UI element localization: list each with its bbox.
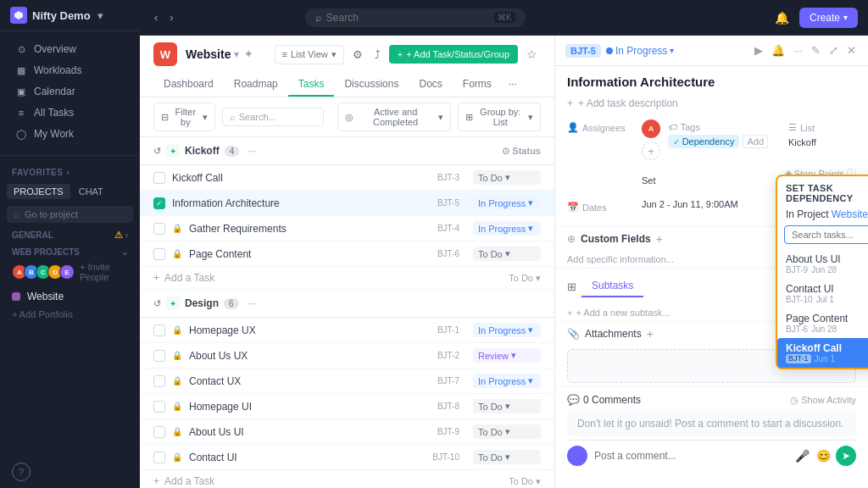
edit-button[interactable]: ✎ <box>810 42 822 58</box>
task-gather-req-check[interactable] <box>153 223 165 235</box>
website-project-item[interactable]: Website <box>0 287 140 306</box>
sidebar-item-workloads[interactable]: ▦ Workloads <box>3 60 136 80</box>
add-task-status-group-button[interactable]: + + Add Task/Status/Group <box>389 45 518 64</box>
dep-search-input[interactable] <box>784 225 868 244</box>
forward-button[interactable]: › <box>165 8 177 26</box>
add-assignee-button[interactable]: + <box>642 141 660 160</box>
notification-button[interactable]: 🔔 <box>771 8 793 28</box>
sidebar-item-my-work[interactable]: ◯ My Work <box>3 124 136 144</box>
task-gather-req-name[interactable]: Gather Requirements <box>189 223 431 235</box>
task-homepage-ui-status[interactable]: To Do ▾ <box>473 399 541 413</box>
tab-forms[interactable]: Forms <box>453 73 502 97</box>
task-homepage-ux-name[interactable]: Homepage UX <box>189 324 431 336</box>
tab-docs[interactable]: Docs <box>409 73 452 97</box>
settings-button[interactable]: ⚙ <box>349 45 366 64</box>
task-page-content-name[interactable]: Page Content <box>189 248 431 260</box>
add-portfolio-btn[interactable]: + Add Portfolio <box>0 306 140 323</box>
panel-status-label[interactable]: In Progress <box>615 45 667 57</box>
task-homepage-ux-check[interactable] <box>153 324 165 336</box>
status-filter-button[interactable]: ◎ Active and Completed ▾ <box>337 103 451 131</box>
bell-button[interactable]: 🔔 <box>770 42 787 58</box>
add-task-design-row[interactable]: + Add a Task To Do ▾ <box>140 470 554 488</box>
search-input[interactable] <box>326 12 489 24</box>
group-design-more[interactable]: ··· <box>248 297 256 309</box>
view-list-button[interactable]: ≡ List View ▾ <box>275 45 344 64</box>
invite-people-btn[interactable]: + Invite People <box>80 262 128 282</box>
tab-roadmap[interactable]: Roadmap <box>224 73 288 97</box>
task-page-content-check[interactable] <box>153 248 165 260</box>
tab-dashboard[interactable]: Dashboard <box>153 73 224 97</box>
task-about-us-ui-status[interactable]: To Do ▾ <box>473 424 541 439</box>
panel-description-area[interactable]: + + Add task description <box>555 94 868 113</box>
create-button[interactable]: Create ▾ <box>799 8 858 28</box>
back-button[interactable]: ‹ <box>150 8 162 26</box>
group-kickoff[interactable]: ↺ ✦ Kickoff 4 ··· ⊙ Status <box>140 137 554 165</box>
sidebar-item-calendar[interactable]: ▣ Calendar <box>3 81 136 102</box>
project-name-caret[interactable]: ▾ <box>234 49 239 60</box>
search-project-area[interactable]: ⌕ <box>7 206 133 223</box>
expand-button[interactable]: ⤢ <box>827 42 840 58</box>
dep-project-name[interactable]: Website <box>832 208 868 220</box>
search-bar[interactable]: ⌕ ⌘K <box>305 8 526 27</box>
task-kickoff-call-name[interactable]: Kickoff Call <box>172 172 431 184</box>
help-button[interactable]: ? <box>12 463 31 481</box>
dep-item[interactable]: About Us UI BJT-9 Jun 28 <box>777 249 868 279</box>
projects-tab[interactable]: PROJECTS <box>7 184 70 199</box>
task-homepage-ui-check[interactable] <box>153 401 165 413</box>
voice-button[interactable]: 🎤 <box>793 446 811 466</box>
play-button[interactable]: ▶ <box>753 42 765 58</box>
dates-value[interactable]: Jun 2 - Jun 11, 9:00AM <box>642 199 738 209</box>
subtasks-tab[interactable]: Subtasks <box>581 275 643 297</box>
more-button[interactable]: ··· <box>792 42 804 58</box>
send-button[interactable]: ➤ <box>836 446 856 466</box>
task-contact-ui-name[interactable]: Contact UI <box>189 452 426 463</box>
search-project-input[interactable] <box>25 209 126 219</box>
sidebar-item-all-tasks[interactable]: ≡ All Tasks <box>3 103 136 123</box>
task-kickoff-call-status[interactable]: To Do ▾ <box>473 170 541 185</box>
task-contact-ui-check[interactable] <box>153 452 165 463</box>
favorites-section[interactable]: FAVORITES › <box>0 164 140 180</box>
custom-fields-add-button[interactable]: + <box>656 232 663 246</box>
task-kickoff-call-check[interactable] <box>153 172 165 184</box>
task-homepage-ui-name[interactable]: Homepage UI <box>189 401 431 413</box>
close-button[interactable]: ✕ <box>845 42 858 58</box>
dep-item[interactable]: Contact UI BJT-10 Jul 1 <box>777 279 868 308</box>
task-contact-ux-name[interactable]: Contact UX <box>189 375 431 387</box>
group-by-button[interactable]: ⊞ Group by: List ▾ <box>458 103 542 131</box>
tabs-more[interactable]: ··· <box>502 73 524 97</box>
emoji-button[interactable]: 😊 <box>815 446 832 466</box>
dep-item[interactable]: Page Content BJT-6 Jun 28 <box>777 308 868 338</box>
task-about-us-ui-name[interactable]: About Us UI <box>189 426 431 438</box>
comment-input[interactable] <box>594 450 787 462</box>
share-button[interactable]: ⤴ <box>371 45 384 64</box>
task-about-us-ux-name[interactable]: About Us UX <box>189 350 431 362</box>
task-contact-ux-check[interactable] <box>153 375 165 387</box>
task-homepage-ux-status[interactable]: In Progress ▾ <box>473 323 541 337</box>
add-task-kickoff-row[interactable]: + Add a Task To Do ▾ <box>140 267 554 290</box>
group-design[interactable]: ↺ ✦ Design 6 ··· <box>140 290 554 318</box>
task-gather-req-status[interactable]: In Progress ▾ <box>473 221 541 236</box>
task-about-us-ui-check[interactable] <box>153 426 165 438</box>
show-activity-button[interactable]: ◷ Show Activity <box>790 395 856 406</box>
task-about-us-ux-status[interactable]: Review ▾ <box>473 348 541 363</box>
star-button[interactable]: ☆ <box>523 44 541 64</box>
general-section[interactable]: GENERAL ⚠ › <box>0 226 140 244</box>
web-projects-section[interactable]: WEB PROJECTS ⌄ <box>0 244 140 260</box>
tab-discussions[interactable]: Discussions <box>334 73 409 97</box>
task-contact-ux-status[interactable]: In Progress ▾ <box>473 374 541 388</box>
chat-tab[interactable]: CHAT <box>72 184 110 199</box>
dep-set-label[interactable]: Set <box>642 175 656 186</box>
filter-button[interactable]: ⊟ Filter by ▾ <box>153 103 215 131</box>
task-search-input[interactable]: ⌕ Search... <box>222 108 324 126</box>
add-tag-button[interactable]: Add <box>743 135 768 148</box>
task-about-us-ux-check[interactable] <box>153 350 165 362</box>
task-contact-ui-status[interactable]: To Do ▾ <box>473 450 541 464</box>
group-kickoff-more[interactable]: ··· <box>248 145 256 157</box>
task-info-arch-name[interactable]: Information Architecture <box>172 197 431 209</box>
task-info-arch-check[interactable] <box>153 197 165 209</box>
task-info-arch-status[interactable]: In Progress ▾ <box>473 196 541 210</box>
dep-item-selected[interactable]: Kickoff Call BJT-1 Jun 1 <box>777 338 868 368</box>
task-page-content-status[interactable]: To Do ▾ <box>473 247 541 261</box>
attachments-add-button[interactable]: + <box>647 327 654 341</box>
tab-tasks[interactable]: Tasks <box>288 73 335 97</box>
